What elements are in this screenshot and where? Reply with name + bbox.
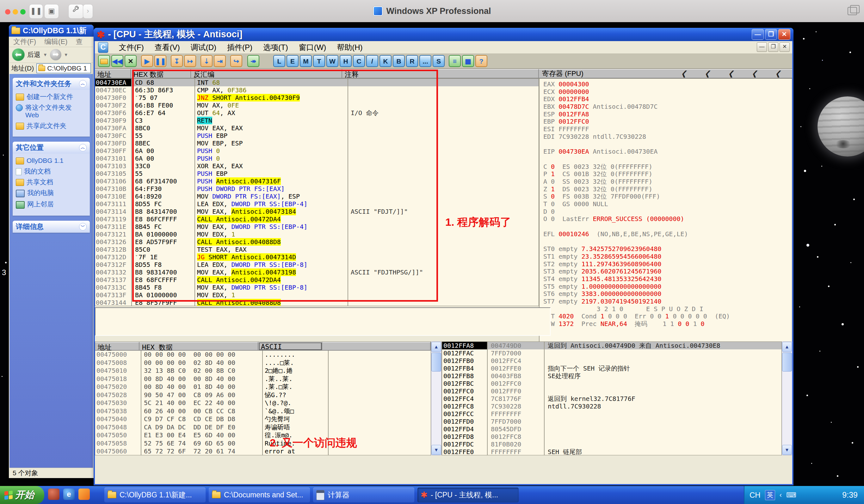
- register-line[interactable]: EAX 00004300: [543, 81, 792, 88]
- register-line[interactable]: ST4 empty 11345.481353325642430: [543, 275, 792, 283]
- register-line[interactable]: [543, 156, 792, 163]
- panel-button-E[interactable]: E: [287, 55, 299, 67]
- back-button[interactable]: ⬅: [12, 48, 25, 61]
- disasm-row[interactable]: 004730F9C3RETN: [95, 117, 539, 124]
- register-line[interactable]: Z 1 DS 0023 32位 0(FFFFFFFF): [543, 185, 792, 193]
- panel-button-L[interactable]: L: [273, 55, 285, 67]
- panel-button-R[interactable]: R: [406, 55, 418, 67]
- info-pane[interactable]: [95, 307, 551, 336]
- disasm-row[interactable]: 004730FA8BC0MOV EAX, EAX: [95, 124, 539, 132]
- disasm-row[interactable]: 004731118D55 FCLEA EDX, DWORD PTR SS:[EB…: [95, 200, 539, 208]
- tray-chevron-icon[interactable]: ‹: [780, 491, 782, 499]
- panel-button-/[interactable]: /: [366, 55, 378, 67]
- dump-row[interactable]: 0047506065 72 72 6F 72 20 61 74error at: [95, 447, 431, 455]
- panel-button-T[interactable]: T: [313, 55, 325, 67]
- panel-button-C[interactable]: C: [353, 55, 365, 67]
- panel-button-H[interactable]: H: [340, 55, 352, 67]
- quick-launch-icon-2[interactable]: e: [63, 489, 75, 500]
- trace-into-button[interactable]: ⇣: [201, 55, 213, 67]
- taskbar-button[interactable]: C:\Documents and Set...: [209, 488, 310, 502]
- step-into-button[interactable]: ↧: [171, 55, 183, 67]
- execute-till-return-button[interactable]: ↪: [230, 55, 242, 67]
- register-line[interactable]: ST6 empty 3383.0000000000000000: [543, 290, 792, 298]
- dump-row[interactable]: 00475048CA D9 DA DC DD DE DF E0寿谝斫唔: [95, 423, 431, 432]
- disasm-row[interactable]: 00473137E8 68FCFFFFCALL Antisoci.00472DA…: [95, 276, 539, 284]
- panel-button-S[interactable]: S: [433, 55, 445, 67]
- task-section-header[interactable]: 文件和文件夹任务︿: [13, 78, 90, 90]
- col-header-hex[interactable]: HEX 数据: [131, 69, 191, 79]
- disasm-row[interactable]: 0047312B85C0TEST EAX, EAX: [95, 246, 539, 253]
- dump-pane[interactable]: 地址 HEX 数据 ASCII 0047500000 00 00 00 00 0…: [95, 341, 431, 455]
- minimize-button[interactable]: —: [752, 29, 764, 40]
- register-line[interactable]: EIP 004730EA Antisoci.004730EA: [543, 148, 792, 156]
- keyboard-icon[interactable]: ⌨: [786, 491, 796, 499]
- panel-button-B[interactable]: B: [393, 55, 405, 67]
- go-to-address-button[interactable]: ↠: [247, 55, 259, 67]
- address-input[interactable]: C:\OllyDBG 1: [36, 63, 91, 73]
- section-chevron-icon[interactable]: ﹀: [79, 223, 87, 230]
- register-line[interactable]: 3 2 1 0 E S P U O Z D I: [543, 305, 792, 313]
- disasm-row[interactable]: 004730EC66:3D 86F3CMP AX, 0F386: [95, 86, 539, 94]
- ollydbg-menu-item[interactable]: 文件(F): [119, 43, 144, 52]
- maximize-button[interactable]: ❐: [765, 29, 777, 40]
- explorer-titlebar[interactable]: C:\OllyDBG 1.1\新: [9, 25, 94, 37]
- register-line[interactable]: [543, 141, 792, 148]
- ollydbg-menu-item[interactable]: 窗口(W): [299, 43, 326, 52]
- disasm-row[interactable]: 004730F666:E7 64OUT 64, AXI/O 命令: [95, 109, 539, 117]
- language-indicator[interactable]: 英: [765, 490, 775, 500]
- task-panel-item[interactable]: OllyDBG 1.1: [16, 157, 87, 165]
- disasm-row[interactable]: 00473144E8 8F57F9FFCALL Antisoci.004088D…: [95, 299, 539, 306]
- dump-row[interactable]: 0047501800 8D 40 00 00 8D 40 00.莱..莱.: [95, 375, 431, 383]
- disasm-row[interactable]: 0047313C8B45 F8MOV EAX, DWORD PTR SS:[EB…: [95, 284, 539, 291]
- scroll-down-icon[interactable]: ▼: [431, 445, 441, 455]
- register-line[interactable]: EDI 7C930228 ntdll.7C930228: [543, 133, 792, 141]
- stack-row[interactable]: 0012FFD80012FFC8: [442, 433, 781, 441]
- register-line[interactable]: ST2 empty 111.29743639608906400: [543, 261, 792, 268]
- scrollbar-thumb[interactable]: [431, 352, 441, 372]
- register-line[interactable]: D 0: [543, 208, 792, 216]
- ollydbg-titlebar[interactable]: ✱ - [CPU - 主线程, 模块 - Antisoci] — ❐ ✕: [94, 28, 793, 41]
- disasm-row[interactable]: 00473114B8 84314700MOV EAX, Antisoci.004…: [95, 208, 539, 215]
- register-line[interactable]: FST 4020 Cond 1 0 0 0 Err 0 0 1 0 0 0 0 …: [543, 313, 792, 320]
- register-line[interactable]: ST1 empty 23.352865954566006480: [543, 253, 792, 261]
- run-button[interactable]: ▶: [141, 55, 153, 67]
- ime-indicator[interactable]: CH: [749, 491, 760, 500]
- disasm-row[interactable]: 0047310555PUSH EBP: [95, 170, 539, 177]
- appearance-button[interactable]: ▦: [462, 55, 474, 67]
- register-line[interactable]: EDX 0012FFB4: [543, 96, 792, 103]
- task-panel-item[interactable]: 网上邻居: [16, 201, 87, 209]
- ollydbg-menu-item[interactable]: 插件(P): [227, 43, 252, 52]
- task-panel-item[interactable]: 我的电脑: [16, 189, 87, 197]
- task-panel-item[interactable]: 共享文档: [16, 178, 87, 186]
- back-label[interactable]: 后退: [27, 50, 40, 59]
- help-button[interactable]: ?: [475, 55, 487, 67]
- disasm-row[interactable]: 004730FF6A 00PUSH 0: [95, 147, 539, 155]
- quick-launch-icon-1[interactable]: [48, 489, 59, 500]
- ollydbg-menu-item[interactable]: 查看(V): [155, 43, 180, 52]
- register-line[interactable]: O 0 LastErr ERROR_SUCCESS (00000000): [543, 215, 792, 223]
- dump-row[interactable]: 00475040C9 D7 CF C8 CD CE DB D8勺先臀坷: [95, 415, 431, 423]
- step-over-button[interactable]: ↦: [184, 55, 196, 67]
- dump-row[interactable]: 0047502000 8D 40 00 01 8D 40 00.莱.□莱.: [95, 383, 431, 391]
- disasm-row[interactable]: 00473121BA 01000000MOV EDX, 1: [95, 230, 539, 238]
- register-line[interactable]: ST5 empty 1.0000000000000000000: [543, 283, 792, 291]
- stack-pane[interactable]: 0012FFA8004749D0返回到 Antisoci.004749D0 来自…: [442, 341, 782, 455]
- ollydbg-menu-item[interactable]: 帮助(H): [337, 43, 362, 52]
- cpu-window-icon[interactable]: C: [98, 42, 108, 53]
- ollydbg-menu-item[interactable]: 调试(D): [191, 43, 216, 52]
- stack-row[interactable]: 0012FFE0FFFFFFFFSEH 链尾部: [442, 448, 781, 455]
- explorer-menu-item[interactable]: 查: [75, 37, 83, 47]
- register-line[interactable]: ESP 0012FFA8: [543, 111, 792, 118]
- disasm-row[interactable]: 0047310B64:FF30PUSH DWORD PTR FS:[EAX]: [95, 185, 539, 193]
- stack-row[interactable]: 0012FFD07FFD7000: [442, 418, 781, 425]
- dump-row[interactable]: 0047505852 75 6E 74 69 6D 65 00Runtime.: [95, 440, 431, 448]
- disasm-row[interactable]: 00473126E8 AD57F9FFCALL Antisoci.004088D…: [95, 238, 539, 246]
- task-panel-item[interactable]: 将这个文件夹发Web: [16, 104, 87, 119]
- stack-row[interactable]: 0012FFAC7FFD7000: [442, 349, 781, 357]
- disasm-row[interactable]: 0047310668 6F314700PUSH Antisoci.0047316…: [95, 177, 539, 185]
- dump-header-address[interactable]: 地址: [95, 342, 140, 351]
- quick-launch-icon-3[interactable]: [79, 489, 90, 500]
- disasm-row[interactable]: 0047310E64:8920MOV DWORD PTR FS:[EAX], E…: [95, 193, 539, 200]
- dump-header-hex[interactable]: HEX 数据: [140, 342, 259, 351]
- panel-button-more[interactable]: ...: [419, 55, 431, 67]
